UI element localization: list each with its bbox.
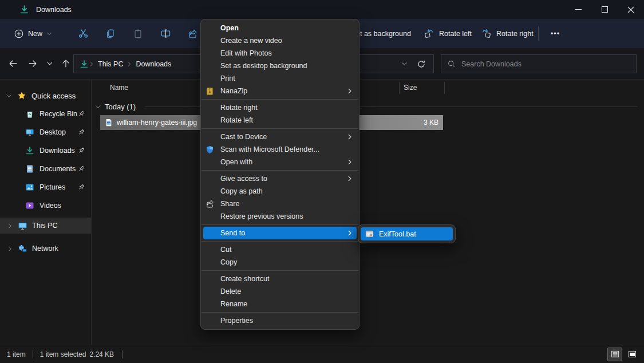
file-image-icon — [105, 119, 113, 127]
menu-separator — [202, 170, 358, 171]
menu-item-open-with[interactable]: Open with — [201, 156, 359, 168]
menu-item-label: Open with — [220, 158, 252, 166]
submenu-item-exiftool-bat[interactable]: ExifTool.bat — [361, 227, 453, 240]
pictures-icon — [25, 183, 34, 192]
sidebar-item-this-pc[interactable]: This PC — [0, 218, 91, 234]
menu-item-label: Scan with Microsoft Defender... — [220, 145, 319, 153]
menu-item-send-to[interactable]: Send to — [203, 227, 357, 239]
documents-icon — [25, 164, 34, 173]
menu-item-copy[interactable]: Copy — [201, 256, 359, 269]
rotate-left-label: Rotate left — [439, 30, 472, 38]
menu-item-delete[interactable]: Delete — [201, 285, 359, 298]
menu-item-label: Restore previous versions — [220, 212, 303, 220]
sidebar-item-quick-access[interactable]: Quick access — [0, 88, 91, 104]
menu-item-create-a-new-video[interactable]: Create a new video — [201, 34, 359, 47]
sidebar-item-videos[interactable]: Videos — [0, 198, 91, 214]
rotate-left-icon — [424, 28, 434, 39]
sidebar-item-label: Documents — [39, 165, 76, 173]
menu-item-set-as-desktop-background[interactable]: Set as desktop background — [201, 60, 359, 72]
large-icons-view-button[interactable] — [625, 348, 639, 361]
menu-item-label: Open — [220, 24, 239, 32]
chevron-right-icon — [346, 230, 353, 236]
menu-item-cast-to-device[interactable]: Cast to Device — [201, 131, 359, 143]
column-header-size[interactable]: Size — [404, 84, 417, 92]
paste-button[interactable] — [124, 23, 152, 44]
address-dropdown-button[interactable] — [396, 56, 413, 72]
maximize-button[interactable] — [591, 0, 618, 19]
file-size: 3 KB — [424, 119, 438, 127]
defender-icon — [206, 145, 220, 154]
menu-item-label: Give access to — [220, 175, 267, 183]
menu-item-label: Cast to Device — [220, 133, 267, 141]
downloads-crumb-icon — [80, 60, 89, 69]
menu-item-rotate-left[interactable]: Rotate left — [201, 114, 359, 127]
column-divider[interactable] — [399, 82, 400, 94]
sidebar-item-label: Downloads — [39, 147, 75, 155]
toolbar-divider — [538, 26, 539, 41]
menu-item-label: Share — [220, 200, 239, 208]
copy-button[interactable] — [97, 23, 124, 44]
sidebar-item-network[interactable]: Network — [0, 240, 91, 257]
more-options-button[interactable]: ••• — [545, 23, 566, 43]
menu-separator — [202, 128, 358, 129]
rename-icon — [160, 28, 171, 39]
search-input[interactable] — [461, 60, 630, 68]
menu-separator — [202, 312, 358, 313]
sidebar-item-pictures[interactable]: Pictures — [0, 179, 91, 195]
menu-item-properties[interactable]: Properties — [201, 314, 359, 327]
sidebar-item-documents[interactable]: Documents — [0, 161, 91, 177]
menu-item-share[interactable]: Share — [201, 198, 359, 210]
close-button[interactable] — [618, 0, 644, 19]
star-icon — [17, 91, 26, 100]
group-header-today[interactable]: Today (1) — [95, 100, 637, 113]
sidebar-item-desktop[interactable]: Desktop — [0, 124, 91, 140]
column-header-name[interactable]: Name — [110, 84, 128, 92]
recent-locations-button[interactable] — [41, 55, 58, 72]
new-button[interactable]: New — [8, 24, 58, 44]
sidebar-item-label: Desktop — [39, 128, 66, 136]
menu-item-edit-with-photos[interactable]: Edit with Photos — [201, 47, 359, 60]
details-view-button[interactable] — [607, 348, 622, 361]
menu-item-scan-with-microsoft-defender[interactable]: Scan with Microsoft Defender... — [201, 143, 359, 156]
minimize-button[interactable] — [565, 0, 591, 19]
this-pc-label: This PC — [32, 222, 57, 230]
set-as-background-button[interactable]: et as background — [356, 19, 411, 48]
videos-icon — [25, 201, 34, 210]
menu-item-rename[interactable]: Rename — [201, 298, 359, 310]
send-to-submenu: ExifTool.bat — [358, 224, 456, 243]
back-button[interactable] — [5, 55, 22, 72]
menu-item-restore-previous-versions[interactable]: Restore previous versions — [201, 210, 359, 223]
menu-item-create-shortcut[interactable]: Create shortcut — [201, 273, 359, 285]
chevron-right-icon — [346, 175, 353, 182]
sidebar-item-recycle-bin[interactable]: Recycle Bin — [0, 106, 91, 122]
details-view-icon — [611, 350, 619, 358]
titlebar: Downloads — [0, 0, 644, 19]
menu-item-give-access-to[interactable]: Give access to — [201, 172, 359, 185]
menu-item-cut[interactable]: Cut — [201, 243, 359, 256]
search-icon — [447, 60, 456, 68]
refresh-button[interactable] — [413, 56, 430, 72]
item-count: 1 item — [0, 350, 33, 358]
status-bar: 1 item 1 item selected 2.24 KB — [0, 345, 644, 363]
large-icons-view-icon — [628, 350, 637, 358]
rotate-left-button[interactable]: Rotate left — [424, 19, 472, 48]
search-box[interactable] — [441, 54, 637, 73]
selection-size: 2.24 KB — [87, 350, 122, 358]
cut-button[interactable] — [69, 23, 97, 44]
breadcrumb-this-pc[interactable]: This PC — [94, 60, 127, 68]
menu-separator — [202, 241, 358, 242]
menu-item-rotate-right[interactable]: Rotate right — [201, 101, 359, 114]
rename-button[interactable] — [152, 23, 179, 44]
navigation-pane: Quick access Recycle BinDesktopDownloads… — [0, 80, 92, 345]
sidebar-item-downloads[interactable]: Downloads — [0, 143, 91, 159]
rotate-right-button[interactable]: Rotate right — [481, 19, 534, 48]
sidebar-item-label: Recycle Bin — [39, 110, 77, 118]
forward-button[interactable] — [24, 55, 41, 72]
menu-item-open[interactable]: Open — [201, 22, 359, 34]
menu-item-copy-as-path[interactable]: Copy as path — [201, 185, 359, 198]
column-divider[interactable] — [444, 82, 445, 94]
menu-item-nanazip[interactable]: NanaZip — [201, 85, 359, 97]
menu-item-print[interactable]: Print — [201, 72, 359, 85]
breadcrumb-downloads[interactable]: Downloads — [132, 60, 175, 68]
up-button[interactable] — [57, 55, 74, 72]
